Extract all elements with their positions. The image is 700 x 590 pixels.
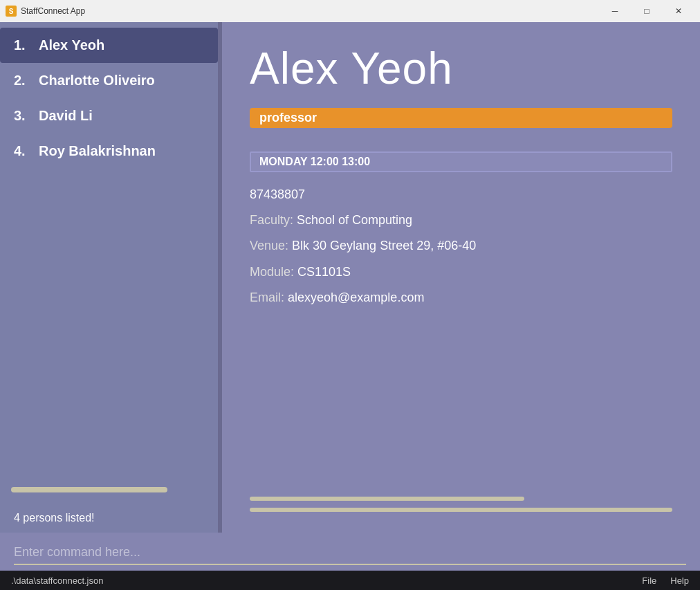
horizontal-scrollbar-1[interactable] <box>250 497 524 501</box>
main-scrollbars <box>250 483 672 519</box>
maximize-button[interactable]: □ <box>631 0 663 22</box>
sidebar-scrollbar[interactable] <box>11 487 167 492</box>
venue-label: Venue: <box>250 239 292 252</box>
faculty-label: Faculty: <box>250 213 297 227</box>
sidebar-item-4[interactable]: 4. Roy Balakrishnan <box>0 133 218 169</box>
sidebar-scroll-area <box>0 481 218 504</box>
sidebar-item-3[interactable]: 3. David Li <box>0 98 218 133</box>
schedule-badge: MONDAY 12:00 13:00 <box>250 151 672 172</box>
horizontal-scrollbar-2[interactable] <box>250 508 672 512</box>
command-input[interactable] <box>14 541 686 565</box>
command-area <box>0 533 700 571</box>
person-name: Alex Yeoh <box>250 43 672 94</box>
module-line: Module: CS1101S <box>250 264 672 281</box>
sidebar-item-1[interactable]: 1. Alex Yeoh <box>0 28 218 63</box>
title-bar: S StaffConnect App ─ □ ✕ <box>0 0 700 22</box>
sidebar: 1. Alex Yeoh 2. Charlotte Oliveiro 3. Da… <box>0 22 218 533</box>
email-label: Email: <box>250 291 288 304</box>
venue-line: Venue: Blk 30 Geylang Street 29, #06-40 <box>250 237 672 255</box>
close-button[interactable]: ✕ <box>663 0 694 22</box>
module-value: CS1101S <box>297 265 351 279</box>
command-input-wrapper <box>0 533 700 571</box>
role-badge: professor <box>250 108 672 128</box>
window-controls: ─ □ ✕ <box>599 0 694 22</box>
sidebar-item-name: David Li <box>39 108 93 124</box>
file-menu-item[interactable]: File <box>642 575 656 586</box>
email-value: alexyeoh@example.com <box>288 291 424 304</box>
staff-list: 1. Alex Yeoh 2. Charlotte Oliveiro 3. Da… <box>0 22 218 481</box>
list-count: 4 persons listed! <box>0 504 218 533</box>
app-icon: S <box>6 6 17 17</box>
help-menu-item[interactable]: Help <box>670 575 689 586</box>
sidebar-item-name: Alex Yeoh <box>39 37 104 53</box>
module-label: Module: <box>250 265 297 279</box>
sidebar-item-number: 4. <box>14 143 30 159</box>
app-content: 1. Alex Yeoh 2. Charlotte Oliveiro 3. Da… <box>0 22 700 533</box>
sidebar-item-number: 2. <box>14 73 30 89</box>
phone-value: 87438807 <box>250 187 305 201</box>
sidebar-item-name: Charlotte Oliveiro <box>39 73 155 89</box>
sidebar-item-2[interactable]: 2. Charlotte Oliveiro <box>0 63 218 98</box>
email-line: Email: alexyeoh@example.com <box>250 289 672 306</box>
status-bar: .\data\staffconnect.json File Help <box>0 571 700 590</box>
faculty-value: School of Computing <box>297 213 412 227</box>
app-title: StaffConnect App <box>21 6 599 16</box>
faculty-line: Faculty: School of Computing <box>250 212 672 229</box>
status-menu: File Help <box>642 575 689 586</box>
sidebar-item-number: 1. <box>14 37 30 53</box>
minimize-button[interactable]: ─ <box>599 0 631 22</box>
venue-value: Blk 30 Geylang Street 29, #06-40 <box>292 239 476 252</box>
main-panel: Alex Yeoh professor MONDAY 12:00 13:00 8… <box>222 22 700 533</box>
sidebar-item-number: 3. <box>14 108 30 124</box>
phone-line: 87438807 <box>250 186 672 203</box>
file-path: .\data\staffconnect.json <box>11 575 103 586</box>
sidebar-item-name: Roy Balakrishnan <box>39 143 156 159</box>
